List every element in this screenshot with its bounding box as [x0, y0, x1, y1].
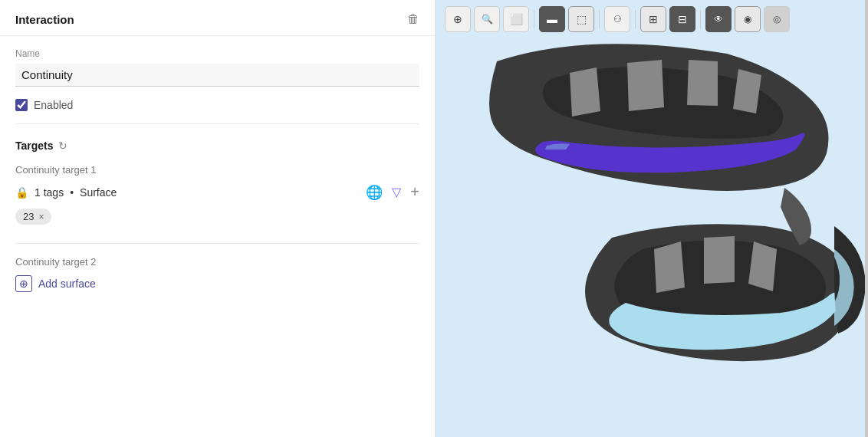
target-1-name: Continuity target 1: [15, 164, 419, 176]
add-surface-row[interactable]: ⊕ Add surface: [15, 275, 419, 292]
target-1-info: 🔒 1 tags • Surface: [15, 186, 117, 199]
targets-header: Targets ↻: [15, 140, 419, 152]
toolbar-btn-crosshair[interactable]: ⊕: [445, 6, 471, 32]
target-block-1: Continuity target 1 🔒 1 tags • Surface 🌐…: [15, 164, 419, 225]
toolbar-btn-zoom[interactable]: 🔍: [474, 6, 500, 32]
right-panel: ⊕ 🔍 ⬜ ▬ ⬚ ⚇ ⊞ ⊟ 👁 ◉ ◎: [436, 0, 868, 437]
add-target-icon[interactable]: +: [410, 183, 419, 201]
name-label: Name: [15, 48, 419, 59]
divider: [15, 243, 419, 244]
target-2-name: Continuity target 2: [15, 256, 419, 268]
enabled-label: Enabled: [34, 99, 73, 111]
targets-title: Targets: [15, 140, 54, 152]
toolbar-sep-4: [700, 10, 701, 28]
toolbar-btn-rect-solid[interactable]: ▬: [539, 6, 565, 32]
toolbar-btn-eye1[interactable]: 👁: [705, 6, 732, 32]
toolbar-btn-grid2[interactable]: ⊟: [669, 6, 695, 32]
tag-remove-23[interactable]: ×: [38, 212, 44, 222]
filter-icon[interactable]: ▽: [392, 185, 401, 199]
panel-title: Interaction: [15, 13, 74, 26]
add-surface-label: Add surface: [38, 278, 96, 290]
target-block-2: Continuity target 2 ⊕ Add surface: [15, 256, 419, 292]
panel-header: Interaction 🗑: [0, 0, 435, 36]
toolbar-sep-3: [635, 10, 636, 28]
target-1-actions: 🌐 ▽ +: [366, 183, 419, 201]
toolbar-btn-eye2[interactable]: ◉: [735, 6, 761, 32]
toolbar-sep-2: [599, 10, 600, 28]
refresh-icon[interactable]: ↻: [58, 140, 67, 152]
scroll-divider: [865, 0, 868, 437]
name-field-group: Name: [15, 48, 419, 87]
toolbar-sep-1: [534, 10, 534, 28]
target-1-surface: Surface: [80, 186, 117, 199]
target-1-separator: •: [70, 186, 74, 199]
tag-value: 23: [23, 211, 34, 222]
toolbar: ⊕ 🔍 ⬜ ▬ ⬚ ⚇ ⊞ ⊟ 👁 ◉ ◎: [445, 6, 859, 32]
toolbar-btn-screen[interactable]: ⬜: [503, 6, 529, 32]
toolbar-btn-grid1[interactable]: ⊞: [640, 6, 666, 32]
scene-svg: [436, 0, 868, 437]
enabled-row: Enabled: [15, 99, 419, 124]
toolbar-btn-rect-dash[interactable]: ⬚: [568, 6, 594, 32]
tag-badge-23: 23 ×: [15, 209, 51, 225]
panel-body: Name Enabled Targets ↻ Continuity target…: [0, 36, 435, 437]
add-surface-icon: ⊕: [15, 275, 32, 292]
tag-list-1: 23 ×: [15, 209, 419, 225]
target-1-row: 🔒 1 tags • Surface 🌐 ▽ +: [15, 183, 419, 201]
left-panel: Interaction 🗑 Name Enabled Targets ↻ Con…: [0, 0, 436, 437]
scene-container: [436, 0, 868, 437]
toolbar-btn-eye3[interactable]: ◎: [764, 6, 790, 32]
enabled-checkbox[interactable]: [15, 99, 28, 111]
globe-icon[interactable]: 🌐: [366, 184, 383, 201]
lock-icon: 🔒: [15, 186, 28, 199]
delete-icon[interactable]: 🗑: [407, 12, 419, 26]
name-input[interactable]: [15, 64, 419, 87]
toolbar-btn-person[interactable]: ⚇: [604, 6, 630, 32]
target-1-tags-count: 1 tags: [35, 186, 64, 199]
